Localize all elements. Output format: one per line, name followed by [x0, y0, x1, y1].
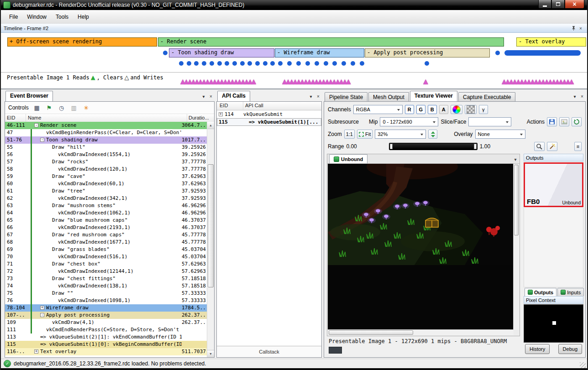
- debug-button[interactable]: Debug: [558, 344, 582, 354]
- fit-button[interactable]: Fit: [357, 130, 373, 139]
- event-row[interactable]: 55Draw "hill"39.25926: [5, 144, 207, 151]
- scroll-up-icon[interactable]: ▲: [207, 122, 214, 129]
- event-row[interactable]: 69Draw "grass blades"45.03704: [5, 246, 207, 253]
- event-row[interactable]: 111vkCmdEndRenderPass(C=Store, D=Store, …: [5, 326, 207, 334]
- tree-expander[interactable]: -: [40, 138, 44, 142]
- draw-call-dot[interactable]: [287, 61, 292, 66]
- draw-call-dot[interactable]: [341, 61, 346, 66]
- menu-tools[interactable]: Tools: [51, 11, 73, 22]
- mip-dropdown[interactable]: 0 - 1272x690: [380, 117, 438, 126]
- event-row[interactable]: 64vkCmdDrawIndexed(1062,1)46.96296: [5, 209, 207, 217]
- texture-display[interactable]: [328, 164, 514, 330]
- draw-call-dot[interactable]: [360, 61, 364, 66]
- timeline-marker-bar[interactable]: + Off-screen scene rendering: [7, 37, 157, 47]
- tab-mesh-output[interactable]: Mesh Output: [368, 92, 409, 102]
- draw-call-dot[interactable]: [194, 61, 199, 66]
- draw-call-dot[interactable]: [255, 61, 260, 66]
- draw-call-dot[interactable]: [187, 61, 191, 66]
- event-row[interactable]: 115=> vkQueueSubmit(1)[0]: vkBeginComman…: [5, 341, 207, 348]
- history-button[interactable]: History: [525, 344, 550, 354]
- range-slider[interactable]: [389, 143, 478, 150]
- timeline-dense-draws-bar[interactable]: [504, 50, 581, 56]
- timeline-titlebar[interactable]: Timeline - Frame #2 ×: [1, 24, 587, 33]
- callstack-section[interactable]: Callstack: [217, 346, 321, 357]
- tree-expander[interactable]: -: [34, 123, 38, 127]
- scrollbar-thumb[interactable]: [208, 164, 214, 287]
- close-button[interactable]: ×: [565, 0, 584, 9]
- tab-current-texture[interactable]: Unbound: [329, 154, 368, 163]
- draw-call-dot[interactable]: [270, 61, 275, 66]
- draw-call-dot[interactable]: [240, 61, 245, 66]
- pin-icon[interactable]: [570, 26, 577, 31]
- event-row[interactable]: 56vkCmdDrawIndexed(1554,1)39.25926: [5, 151, 207, 158]
- green-channel-button[interactable]: G: [416, 105, 425, 114]
- column-eid[interactable]: EID: [217, 102, 243, 110]
- resize-grip[interactable]: [580, 362, 586, 368]
- tree-expander[interactable]: +: [219, 112, 223, 116]
- range-white-handle[interactable]: [474, 144, 477, 149]
- minimize-button[interactable]: [538, 0, 551, 9]
- slice-face-dropdown[interactable]: [468, 117, 511, 126]
- panel-menu-icon[interactable]: ▾: [200, 93, 207, 99]
- texture-horizontal-scrollbar[interactable]: [328, 329, 514, 335]
- alpha-background-button[interactable]: [465, 105, 477, 114]
- time-durations-icon[interactable]: ◷: [58, 104, 66, 111]
- stats-icon[interactable]: ▥: [70, 104, 78, 111]
- draw-call-dot[interactable]: [351, 61, 355, 66]
- scroll-down-icon[interactable]: ▼: [207, 350, 214, 357]
- tab-inputs[interactable]: Inputs: [557, 288, 584, 296]
- draw-call-dot[interactable]: [232, 61, 237, 66]
- event-row[interactable]: 59Draw "cave"37.62963: [5, 173, 207, 180]
- draw-call-dot[interactable]: [315, 61, 319, 66]
- menu-help[interactable]: Help: [73, 11, 94, 22]
- timeline-canvas[interactable]: Presentable Image 1 Reads ▲ , Clears △ a…: [1, 33, 587, 89]
- api-call-row[interactable]: 115=> vkQueueSubmit(1)[...: [217, 118, 321, 126]
- draw-call-dot[interactable]: [217, 61, 222, 66]
- event-row[interactable]: 76vkCmdDrawIndexed(1098,1)57.33333: [5, 297, 207, 304]
- event-row[interactable]: 65Draw "blue mushroom caps"46.37037: [5, 217, 207, 224]
- event-row[interactable]: 71Draw "chest box"57.62963: [5, 261, 207, 268]
- api-call-row[interactable]: +114vkQueueSubmit: [217, 110, 321, 118]
- title-bar[interactable]: debugmarker.rdc - RenderDoc Unofficial r…: [1, 0, 587, 10]
- gamma-button[interactable]: γ: [479, 105, 488, 114]
- panel-close-icon[interactable]: ×: [207, 93, 215, 99]
- tab-texture-viewer[interactable]: Texture Viewer: [410, 91, 457, 101]
- event-row[interactable]: 62vkCmdDrawIndexed(342,1)37.92593: [5, 195, 207, 202]
- event-row[interactable]: 60vkCmdDrawIndexed(60,1)37.62963: [5, 180, 207, 188]
- flip-y-button[interactable]: [428, 130, 437, 139]
- channels-dropdown[interactable]: RGBA: [353, 105, 403, 114]
- blue-channel-button[interactable]: B: [428, 105, 437, 114]
- zoom-dropdown[interactable]: 32%: [375, 130, 426, 139]
- column-eid[interactable]: EID: [5, 114, 26, 122]
- column-duration[interactable]: Duratio...: [187, 114, 214, 122]
- timeline-marker-bar[interactable]: - Render scene: [158, 37, 504, 47]
- pixel-context-view[interactable]: [524, 304, 583, 343]
- event-row[interactable]: 73Draw "chest fittings"57.18518: [5, 275, 207, 282]
- range-black-handle[interactable]: [390, 144, 393, 149]
- range-options-button[interactable]: ≡: [574, 142, 582, 151]
- tab-api-calls[interactable]: API Calls: [217, 91, 250, 101]
- fb0-thumbnail[interactable]: FB0 Unbound: [524, 162, 583, 207]
- event-row[interactable]: 67Draw "red mushroom caps"45.77778: [5, 231, 207, 239]
- event-row[interactable]: 46-111-Render scene3064.7...: [5, 122, 207, 129]
- menu-file[interactable]: File: [5, 11, 22, 22]
- timeline-close-icon[interactable]: ×: [577, 26, 584, 31]
- alpha-channel-button[interactable]: A: [439, 105, 448, 114]
- timeline-marker-bar[interactable]: - Wireframe draw: [275, 48, 364, 57]
- scrollbar-thumb[interactable]: [514, 165, 519, 235]
- zoom-1-1-button[interactable]: 1:1: [344, 130, 355, 139]
- jump-event-icon[interactable]: ⚑: [45, 104, 53, 111]
- event-row[interactable]: 78-104+Wireframe draw1784.5...: [5, 304, 207, 312]
- draw-call-dot[interactable]: [332, 61, 337, 66]
- event-row[interactable]: 57Draw "rocks"37.77778: [5, 158, 207, 166]
- scrollbar-thumb[interactable]: [329, 330, 413, 335]
- texture-vertical-scrollbar[interactable]: [513, 164, 519, 330]
- draw-call-dot[interactable]: [202, 61, 206, 66]
- draw-call-dot[interactable]: [210, 61, 214, 66]
- tab-capture-executable[interactable]: Capture Executable: [458, 92, 515, 102]
- event-row[interactable]: 107-...-Apply post processing262.37...: [5, 312, 207, 319]
- tab-pipeline-state[interactable]: Pipeline State: [325, 92, 368, 102]
- red-channel-button[interactable]: R: [405, 105, 414, 114]
- draw-call-dot[interactable]: [225, 61, 229, 66]
- event-row[interactable]: 116-...+Text overlay511.7037: [5, 348, 207, 355]
